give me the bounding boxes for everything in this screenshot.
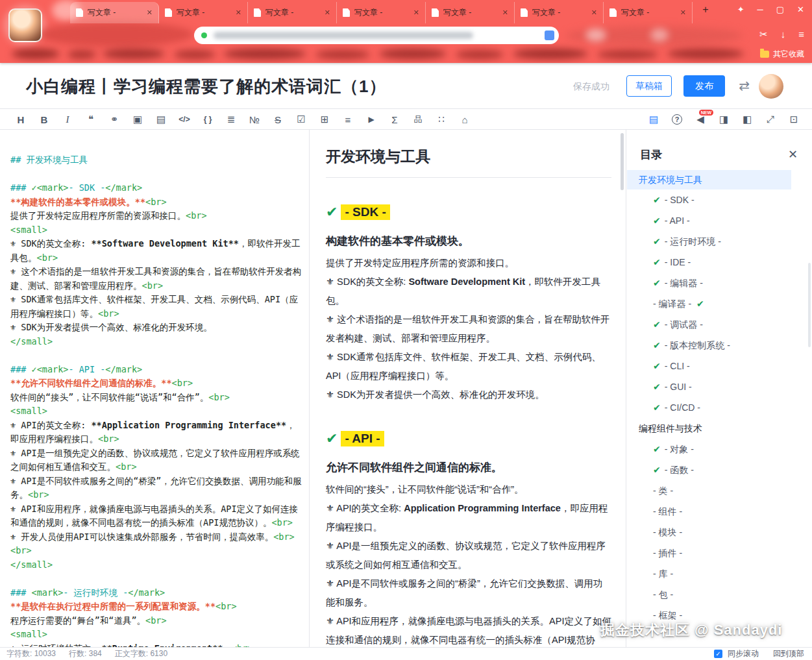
toc-item[interactable]: - 类 - xyxy=(627,480,812,501)
preview-scrollbar[interactable] xyxy=(621,133,624,190)
editor-line[interactable]: ### ✓<mark>- SDK -</mark> xyxy=(10,181,302,195)
editor-line[interactable]: ⚜ API的英文全称: **Application Programming In… xyxy=(10,419,302,446)
toc-item[interactable]: ✔- CI/CD - xyxy=(627,397,812,418)
other-bookmarks[interactable]: 其它收藏 xyxy=(760,49,804,60)
editor-line[interactable] xyxy=(10,572,302,586)
bullet-list-icon[interactable]: ≣ xyxy=(219,109,243,130)
minimize-icon[interactable]: ─ xyxy=(757,5,763,14)
toc-item[interactable]: - 模块 - xyxy=(627,522,812,543)
ordered-list-icon[interactable]: № xyxy=(243,109,266,130)
preview-pane[interactable]: 开发环境与工具✔- SDK -构建软件的基本零件或模块。提供了开发特定应用程序所… xyxy=(310,130,626,647)
strikethrough-icon[interactable]: S xyxy=(266,109,289,130)
editor-line[interactable]: **是软件在执行过程中所需的一系列配置和资源。**<br> xyxy=(10,600,302,614)
tab-close-icon[interactable]: ✕ xyxy=(236,8,241,17)
editor-line[interactable]: ⚜ 这个术语指的是一组软件开发工具和资源的集合，旨在帮助软件开发者构建、测试、部… xyxy=(10,265,302,293)
editor-line[interactable]: <br> xyxy=(10,544,302,558)
draft-box-button[interactable]: 草稿箱 xyxy=(626,75,672,97)
editor-line[interactable]: ## 开发环境与工具 xyxy=(10,153,302,167)
panel-right-icon[interactable]: ◨ xyxy=(712,109,735,130)
editor-line[interactable]: ⚜ API是一组预先定义的函数、协议或规范，它定义了软件应用程序或系统之间如何相… xyxy=(10,446,302,474)
tab-close-icon[interactable]: ✕ xyxy=(413,8,419,17)
toc-item[interactable]: 编程组件与技术 xyxy=(627,418,812,439)
editor-line[interactable]: ⚜ SDK通常包括库文件、软件框架、开发工具、文档、示例代码、API（应用程序编… xyxy=(10,293,302,321)
address-bar-action-icon[interactable] xyxy=(545,31,554,40)
tab-close-icon[interactable]: ✕ xyxy=(502,8,508,17)
toc-item[interactable]: ✔- 编辑器 - xyxy=(627,273,812,293)
editor-line[interactable]: </small> xyxy=(10,335,302,349)
resource-icon[interactable]: ⌂ xyxy=(453,109,476,130)
menu-icon[interactable]: ≡ xyxy=(798,29,804,40)
editor-line[interactable]: ⚜ API和应用程序，就像插座电源与电器插头的关系。API定义了如何连接和通信的… xyxy=(10,502,302,530)
formula-icon[interactable]: Σ xyxy=(383,109,406,130)
align-icon[interactable]: ≡ xyxy=(336,109,360,130)
tab-close-icon[interactable]: ✕ xyxy=(591,8,597,17)
editor-line[interactable]: ### ✓<mark>- API -</mark> xyxy=(10,363,302,377)
maximize-icon[interactable]: ▢ xyxy=(776,5,784,14)
editor-line[interactable] xyxy=(10,167,302,182)
editor-line[interactable]: ⚜ 运行时环境的英文: **Runtime Environment**。<br> xyxy=(10,642,302,648)
browser-profile-avatar[interactable] xyxy=(8,8,42,42)
markdown-editor-pane[interactable]: ## 开发环境与工具 ### ✓<mark>- SDK -</mark>**构建… xyxy=(0,130,310,647)
article-title-input[interactable]: 小白编程丨学习编程需要了解的术语词汇（1） xyxy=(26,75,386,98)
download-icon[interactable]: ↓ xyxy=(781,29,786,40)
user-avatar[interactable] xyxy=(759,74,783,99)
banner-icon[interactable]: ▤ xyxy=(149,109,173,130)
announcement-icon[interactable]: ◀NEW xyxy=(689,109,712,130)
toc-item[interactable]: - 编译器 -✔ xyxy=(627,293,812,314)
browser-tab[interactable]: 写文章 -✕ xyxy=(159,2,248,23)
toc-item[interactable]: ✔- 调试器 - xyxy=(627,314,812,335)
editor-line[interactable]: 软件间的“接头”，让不同软件能“说话”和“合作”。<br> xyxy=(10,391,302,405)
grid-icon[interactable]: ∷ xyxy=(430,109,453,130)
toc-item[interactable]: ✔- CLI - xyxy=(627,356,812,376)
browser-tab[interactable]: 写文章 -✕ xyxy=(604,2,693,23)
toc-item[interactable]: ✔- 对象 - xyxy=(627,439,812,459)
panel-left-icon[interactable]: ◧ xyxy=(735,109,759,130)
publish-button[interactable]: 发布 xyxy=(683,75,725,97)
browser-tab[interactable]: 写文章 -✕ xyxy=(426,2,515,23)
tab-close-icon[interactable]: ✕ xyxy=(325,8,330,17)
image-icon[interactable]: ▣ xyxy=(126,109,149,130)
toc-scrollbar[interactable] xyxy=(808,263,811,347)
present-icon[interactable]: ⊡ xyxy=(782,109,806,130)
toc-item[interactable]: - 插件 - xyxy=(627,543,812,563)
inline-code-icon[interactable]: </> xyxy=(173,109,196,130)
link-icon[interactable]: ⚭ xyxy=(103,109,126,130)
editor-line[interactable]: ⚜ 开发人员使用API可以快速集成外部服务，节省时间，提高效率。<br> xyxy=(10,530,302,544)
bold-icon[interactable]: B xyxy=(32,109,56,130)
editor-line[interactable]: <small> xyxy=(10,628,302,642)
tab-close-icon[interactable]: ✕ xyxy=(680,8,686,17)
scissors-icon[interactable]: ✂ xyxy=(759,29,768,40)
editor-line[interactable]: ⚜ SDK的英文全称: **Software Development Kit**… xyxy=(10,237,302,265)
editor-line[interactable]: <small> xyxy=(10,404,302,419)
browser-tab[interactable]: 写文章 -✕ xyxy=(337,2,426,23)
toc-item[interactable]: ✔- 运行时环境 - xyxy=(627,231,812,252)
toc-item[interactable]: ✔- SDK - xyxy=(627,189,812,210)
editor-line[interactable]: ⚜ SDK为开发者提供一个高效、标准化的开发环境。 xyxy=(10,321,302,335)
toc-item[interactable]: - 组件 - xyxy=(627,501,812,522)
italic-icon[interactable]: I xyxy=(56,109,79,130)
toc-item[interactable]: ✔- IDE - xyxy=(627,252,812,273)
toc-item[interactable]: ✔- GUI - xyxy=(627,376,812,397)
editor-line[interactable]: ⚜ API是不同软件或服务之间的“桥梁”，允许它们交换数据、调用功能和服务。<b… xyxy=(10,474,302,502)
close-icon[interactable]: ✕ xyxy=(797,5,804,14)
quote-icon[interactable]: ❝ xyxy=(79,109,103,130)
editor-line[interactable]: ### <mark>- 运行时环境 -</mark> xyxy=(10,586,302,600)
toc-item[interactable]: ✔- 版本控制系统 - xyxy=(627,335,812,356)
address-bar[interactable] xyxy=(194,27,559,44)
toc-item[interactable]: 开发环境与工具 xyxy=(627,170,791,189)
swap-panes-icon[interactable]: ⇄ xyxy=(739,78,750,93)
toc-item[interactable]: - 库 - xyxy=(627,563,812,584)
docs-icon[interactable]: ▤ xyxy=(642,109,665,130)
editor-line[interactable]: 程序运行需要的“舞台”和“道具”。<br> xyxy=(10,614,302,628)
new-tab-button[interactable]: + xyxy=(697,4,714,16)
pin-icon[interactable]: ✦ xyxy=(737,5,744,14)
tab-close-icon[interactable]: ✕ xyxy=(147,8,153,17)
back-to-top-link[interactable]: 回到顶部 xyxy=(773,648,804,659)
diagram-icon[interactable]: 品 xyxy=(406,109,430,130)
toc-item[interactable]: ✔- 函数 - xyxy=(627,459,812,480)
help-icon[interactable]: ? xyxy=(665,109,689,130)
toc-item[interactable]: - 包 - xyxy=(627,584,812,605)
editor-line[interactable]: <small> xyxy=(10,223,302,238)
toc-item[interactable]: ✔- API - xyxy=(627,210,812,231)
editor-line[interactable]: **构建软件的基本零件或模块。**<br> xyxy=(10,195,302,210)
